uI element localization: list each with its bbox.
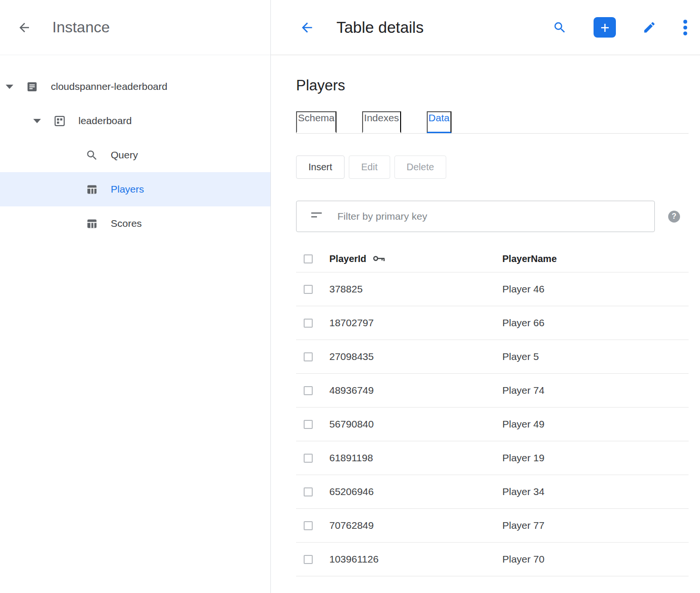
player-name-cell: Player 74 [502,385,689,396]
column-header-label: PlayerId [329,253,366,264]
row-checkbox-cell [296,352,329,361]
player-id-cell: 18702797 [329,317,502,329]
table-body: 378825 Player 46 18702797 Player 66 2709… [296,272,689,576]
player-name-cell: Player 19 [502,452,689,464]
player-id-cell: 56790840 [329,418,502,430]
row-checkbox-cell [296,285,329,294]
player-id-cell: 27098435 [329,351,502,362]
column-header-playername: PlayerName [502,253,689,264]
sidebar-item-label: Scores [111,218,142,229]
player-name-cell: Player 70 [502,554,689,565]
table-row[interactable]: 61891198 Player 19 [296,441,689,475]
table-row[interactable]: 48936749 Player 74 [296,374,689,408]
sidebar-header: Instance [0,0,270,55]
chevron-down-icon[interactable] [6,85,13,89]
table-row[interactable]: 18702797 Player 66 [296,306,689,340]
row-checkbox[interactable] [304,386,313,395]
row-checkbox-cell [296,555,329,564]
player-id-cell: 378825 [329,283,502,295]
chevron-down-icon[interactable] [33,119,41,123]
row-action-buttons: Insert Edit Delete [296,156,689,179]
instance-icon [26,80,38,93]
back-arrow-icon[interactable] [299,20,315,35]
page-title: Players [296,77,689,94]
filter-input[interactable] [337,211,646,222]
navigation-tree: cloudspanner-leaderboard leaderboard Que… [0,55,270,241]
row-checkbox[interactable] [304,521,313,530]
sidebar-item-label: Players [111,184,144,195]
tree-node-database[interactable]: leaderboard [0,104,270,138]
table-row[interactable]: 56790840 Player 49 [296,408,689,441]
tab-data[interactable]: Data [427,111,451,133]
data-table: PlayerId PlayerName 378825 Player 46 187 [296,245,689,576]
search-icon[interactable] [553,20,567,35]
filter-box [296,201,655,232]
sidebar-item-players[interactable]: Players [0,172,270,206]
player-name-cell: Player 5 [502,351,689,362]
table-icon [86,183,98,196]
player-name-cell: Player 46 [502,283,689,295]
row-checkbox-cell [296,487,329,496]
table-row[interactable]: 27098435 Player 5 [296,340,689,374]
main-header: Table details [271,0,700,55]
back-arrow-icon[interactable] [17,20,31,35]
filter-icon [311,211,323,222]
tree-node-instance[interactable]: cloudspanner-leaderboard [0,69,270,104]
row-checkbox-cell [296,319,329,328]
overflow-menu-icon[interactable] [683,19,688,36]
row-checkbox-cell [296,420,329,429]
row-checkbox-cell [296,521,329,530]
row-checkbox[interactable] [304,454,313,463]
player-id-cell: 70762849 [329,520,502,531]
insert-button[interactable]: Insert [296,156,345,179]
player-name-cell: Player 34 [502,486,689,497]
column-header-playerid: PlayerId [329,253,502,264]
database-icon [53,115,66,127]
tab-indexes[interactable]: Indexes [362,111,401,133]
row-checkbox[interactable] [304,352,313,361]
sidebar-title: Instance [52,19,110,36]
add-icon[interactable] [594,17,616,38]
table-details-content: Players Schema Indexes Data Insert Edit … [271,55,700,593]
player-id-cell: 61891198 [329,452,502,464]
player-name-cell: Player 66 [502,317,689,329]
sidebar: Instance cloudspanner-leaderboard leader… [0,0,271,593]
sidebar-item-query[interactable]: Query [0,138,270,172]
search-icon [86,149,98,162]
header-checkbox-cell [296,254,329,263]
player-name-cell: Player 49 [502,418,689,430]
main-panel: Table details Players Schema [271,0,700,593]
player-id-cell: 103961126 [329,554,502,565]
delete-button[interactable]: Delete [394,156,447,179]
page-header-title: Table details [336,19,423,37]
table-row[interactable]: 70762849 Player 77 [296,509,689,543]
row-checkbox[interactable] [304,555,313,564]
edit-button[interactable]: Edit [349,156,390,179]
player-name-cell: Player 77 [502,520,689,531]
row-checkbox-cell [296,454,329,463]
filter-row: ? [296,201,689,232]
row-checkbox[interactable] [304,420,313,429]
row-checkbox[interactable] [304,285,313,294]
row-checkbox[interactable] [304,319,313,328]
header-actions [553,17,688,38]
sidebar-item-scores[interactable]: Scores [0,206,270,241]
table-header-row: PlayerId PlayerName [296,245,689,272]
edit-pencil-icon[interactable] [642,20,656,34]
row-checkbox-cell [296,386,329,395]
tab-bar: Schema Indexes Data [296,111,689,134]
table-icon [86,217,98,230]
select-all-checkbox[interactable] [304,254,313,263]
sidebar-item-label: Query [111,149,138,161]
table-row[interactable]: 378825 Player 46 [296,272,689,306]
table-row[interactable]: 103961126 Player 70 [296,543,689,576]
tree-node-label: cloudspanner-leaderboard [51,81,167,92]
primary-key-icon [373,253,385,264]
player-id-cell: 65206946 [329,486,502,497]
help-icon[interactable]: ? [668,211,680,223]
row-checkbox[interactable] [304,487,313,496]
tab-schema[interactable]: Schema [296,111,336,133]
tree-node-label: leaderboard [78,115,132,126]
column-header-label: PlayerName [502,253,557,264]
table-row[interactable]: 65206946 Player 34 [296,475,689,509]
